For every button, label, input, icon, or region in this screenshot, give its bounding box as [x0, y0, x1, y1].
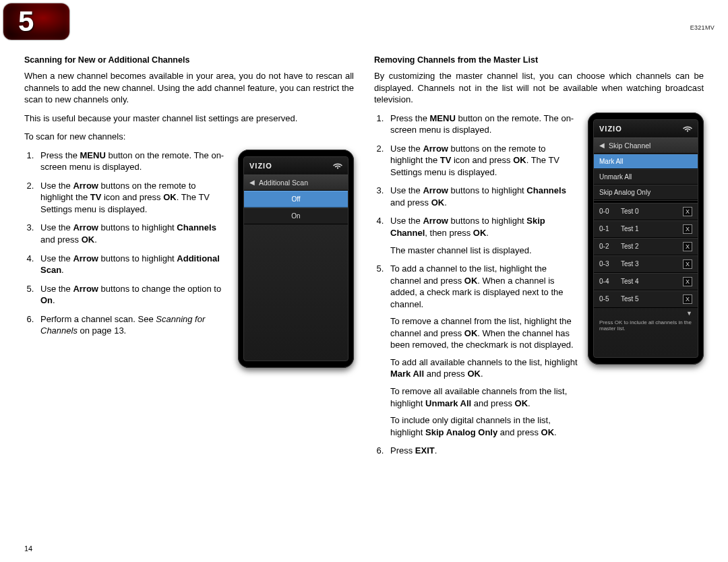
brand-label: VIZIO [249, 162, 272, 170]
checkbox-icon: X [683, 224, 692, 234]
checkbox-icon: X [683, 294, 692, 304]
chapter-badge: 5 [3, 3, 69, 40]
left-step-3: Use the Arrow buttons to highlight Chann… [36, 222, 229, 245]
channel-row: 0-1Test 1X [594, 220, 698, 238]
breadcrumb: ◀ Additional Scan [244, 175, 348, 191]
left-step-2: Use the Arrow buttons on the remote to h… [36, 180, 229, 216]
menu-skip-analog: Skip Analog Only [594, 185, 698, 200]
page-number: 14 [24, 544, 32, 553]
right-p1: By customizing the master channel list, … [374, 70, 704, 106]
channel-row: 0-0Test 0X [594, 203, 698, 220]
chevron-down-icon: ▼ [686, 310, 692, 317]
skip-channel-screenshot: VIZIO ◀ Skip Channel Mark All Unmark All… [588, 113, 704, 365]
chapter-number: 5 [18, 5, 34, 38]
channel-number: 0-3 [599, 260, 621, 268]
phone-hint: Press OK to include all channels in the … [594, 317, 698, 335]
right-step-4: Use the Arrow buttons to highlight Skip … [386, 215, 578, 256]
left-step-4: Use the Arrow buttons to highlight Addit… [36, 253, 229, 276]
left-steps: Press the MENU button on the remote. The… [24, 150, 229, 368]
option-off: Off [244, 191, 348, 208]
channel-name: Test 5 [621, 295, 683, 303]
channel-number: 0-2 [599, 243, 621, 250]
right-heading: Removing Channels from the Master List [374, 55, 704, 65]
channel-name: Test 4 [621, 278, 683, 285]
channel-name: Test 3 [621, 260, 683, 268]
checkbox-icon: X [683, 242, 692, 251]
left-step-6: Perform a channel scan. See Scanning for… [36, 313, 229, 337]
phone-header: VIZIO [244, 157, 348, 175]
channel-name: Test 1 [621, 225, 683, 232]
left-p1: When a new channel becomes available in … [24, 70, 354, 106]
right-step-6: Press EXIT. [386, 445, 578, 457]
scroll-indicator: ▼ [594, 308, 698, 317]
channel-list: 0-0Test 0X0-1Test 1X0-2Test 2X0-3Test 3X… [594, 203, 698, 308]
checkbox-icon: X [683, 207, 692, 216]
channel-name: Test 0 [621, 208, 683, 215]
crumb-text: Skip Channel [609, 142, 650, 150]
left-heading: Scanning for New or Additional Channels [24, 55, 354, 65]
left-p2: This is useful because your master chann… [24, 113, 354, 125]
left-section: Press the MENU button on the remote. The… [24, 150, 354, 368]
option-on: On [244, 208, 348, 224]
left-step-5: Use the Arrow buttons to change the opti… [36, 283, 229, 307]
right-section: Press the MENU button on the remote. The… [374, 113, 704, 464]
back-icon: ◀ [599, 142, 605, 149]
channel-row: 0-4Test 4X [594, 273, 698, 290]
channel-row: 0-3Test 3X [594, 255, 698, 273]
checkbox-icon: X [683, 277, 692, 286]
back-icon: ◀ [249, 179, 255, 186]
menu-mark-all: Mark All [594, 154, 698, 169]
channel-number: 0-4 [599, 278, 621, 285]
channel-number: 0-0 [599, 208, 621, 215]
checkbox-icon: X [683, 259, 692, 269]
wifi-icon [333, 161, 342, 170]
right-column: Removing Channels from the Master List B… [374, 55, 704, 464]
channel-row: 0-5Test 5X [594, 290, 698, 308]
breadcrumb: ◀ Skip Channel [594, 137, 698, 154]
menu-unmark-all: Unmark All [594, 169, 698, 185]
additional-scan-screenshot: VIZIO ◀ Additional Scan Off On [238, 150, 354, 368]
page-body: Scanning for New or Additional Channels … [24, 55, 704, 464]
right-steps: Press the MENU button on the remote. The… [374, 113, 578, 464]
left-lead: To scan for new channels: [24, 131, 354, 143]
phone-header: VIZIO [594, 120, 698, 137]
model-code: E321MV [690, 24, 715, 31]
channel-name: Test 2 [621, 243, 683, 250]
channel-number: 0-5 [599, 295, 621, 303]
brand-label: VIZIO [599, 125, 622, 133]
right-step-5: To add a channel to the list, highlight … [386, 263, 578, 438]
channel-row: 0-2Test 2X [594, 238, 698, 255]
right-step-1: Press the MENU button on the remote. The… [386, 113, 578, 136]
right-step-2: Use the Arrow buttons on the remote to h… [386, 143, 578, 179]
left-column: Scanning for New or Additional Channels … [24, 55, 354, 464]
wifi-icon [683, 124, 692, 133]
right-step-3: Use the Arrow buttons to highlight Chann… [386, 185, 578, 208]
crumb-text: Additional Scan [259, 179, 308, 187]
channel-number: 0-1 [599, 225, 621, 232]
left-step-1: Press the MENU button on the remote. The… [36, 150, 229, 173]
